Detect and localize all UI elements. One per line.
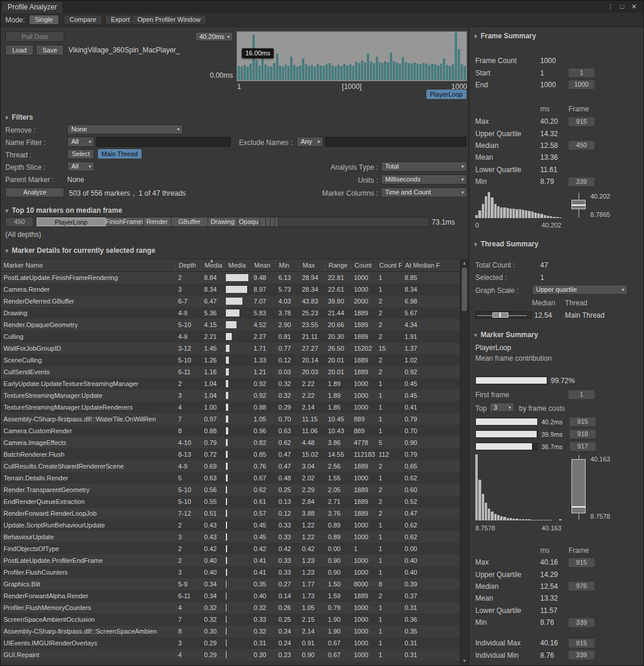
col-count-frame[interactable]: Count Fra (376, 259, 402, 271)
col-at-median[interactable]: At Median F (402, 259, 460, 271)
frame-histogram[interactable] (475, 192, 561, 218)
frame-chip[interactable]: 1 (569, 68, 594, 77)
exclude-names-input[interactable] (325, 137, 466, 147)
table-row[interactable]: Profiler.FlushMemoryCounters40.320.320.2… (1, 602, 460, 614)
frame-chip[interactable]: 915 (570, 417, 596, 426)
analysis-type-dropdown[interactable]: Total ▼ (381, 161, 467, 172)
thread-select-button[interactable]: Select (67, 149, 94, 159)
table-row[interactable]: Camera.Render38.348.975.7328.3422.611000… (1, 283, 460, 295)
table-row[interactable]: PostLateUpdate.ProfilerEndFrame20.400.41… (1, 555, 460, 566)
marker-columns-dropdown[interactable]: Time and Count ▼ (381, 187, 467, 197)
table-row[interactable]: Assembly-CSharp-firstpass.dll!::WaterTil… (1, 413, 460, 425)
open-profiler-window-button[interactable]: Open Profiler Window (132, 15, 206, 25)
thread-box-plot[interactable] (475, 311, 532, 319)
table-row[interactable]: FindObjectsOfType20.420.420.420.420.0011… (1, 543, 460, 555)
table-row[interactable]: Graphics.Blit5-90.340.350.271.771.508000… (1, 578, 460, 590)
frame-summary-header[interactable]: ▼Frame Summary (473, 32, 536, 40)
table-row[interactable]: BatchRenderer.Flush8-130.720.850.4715.02… (1, 449, 460, 460)
first-frame-chip[interactable]: 1 (569, 390, 594, 399)
scroll-up-icon[interactable]: ▲ (461, 259, 468, 267)
table-scrollbar[interactable]: ▲ ▼ (460, 259, 468, 665)
table-row[interactable]: Profiler.FlushCounters30.400.410.331.230… (1, 566, 460, 578)
scroll-down-icon[interactable]: ▼ (461, 657, 468, 665)
frame-chip[interactable]: 450 (569, 141, 594, 150)
col-max[interactable]: Max (299, 259, 325, 271)
load-button[interactable]: Load (5, 45, 34, 55)
filters-header[interactable]: ▼Filters (4, 113, 33, 121)
table-row[interactable]: RenderForwardAlpha.Render6-110.340.400.1… (1, 590, 460, 602)
table-row[interactable]: SceneCulling5-101.261.330.1220.1420.0118… (1, 354, 460, 366)
top10-segment[interactable]: Render (143, 217, 172, 226)
frame-chip[interactable]: 339 (569, 618, 594, 627)
maximize-icon[interactable]: □ (617, 2, 627, 11)
marker-details-header[interactable]: ▼Marker Details for currently selected r… (4, 246, 155, 255)
name-filter-input[interactable] (96, 137, 231, 147)
depth-slice-dropdown[interactable]: All ▼ (67, 161, 94, 172)
mode-single-button[interactable]: Single (29, 15, 59, 25)
remove-dropdown[interactable]: None ▼ (67, 124, 183, 134)
col-depth[interactable]: Depth (175, 259, 201, 271)
frame-chip[interactable]: 339 (569, 177, 594, 186)
table-row[interactable]: TextureStreamingManager.Update31.040.920… (1, 390, 460, 401)
table-row[interactable]: Render.TransparentGeometry5-100.560.620.… (1, 484, 460, 496)
table-row[interactable]: EarlyUpdate.UpdateTextureStreamingManage… (1, 378, 460, 390)
median-frame-button[interactable]: 450 (5, 217, 34, 227)
frame-chip[interactable]: 339 (569, 651, 594, 660)
frame-chip[interactable]: 918 (570, 430, 596, 438)
table-row[interactable]: CullSendEvents6-111.161.210.0320.0320.01… (1, 366, 460, 378)
frame-chip[interactable]: 976 (569, 582, 594, 591)
chart-scale-dropdown[interactable]: 40.20ms ▼ (195, 32, 233, 41)
table-row[interactable]: WaitForJobGroupID3-121.451.710.7727.2726… (1, 342, 460, 354)
table-row[interactable]: Assembly-CSharp-firstpass.dll!::ScreenSp… (1, 625, 460, 637)
top10-segment[interactable]: PlayerLoop (37, 217, 106, 226)
col-mean[interactable]: Mean (251, 259, 275, 271)
close-icon[interactable]: ✕ (629, 2, 639, 11)
table-row[interactable]: Drawing4-95.365.833.7825.2321.44188925.6… (1, 307, 460, 319)
frame-chip[interactable]: 915 (569, 117, 594, 126)
tab-profile-analyzer[interactable]: Profile Analyzer (2, 2, 63, 13)
col-median-bar[interactable]: Media (225, 259, 251, 271)
selected-marker-chip[interactable]: PlayerLoop (426, 90, 466, 99)
marker-summary-header[interactable]: ▼Marker Summary (473, 331, 538, 339)
analyze-button[interactable]: Analyze (5, 187, 64, 197)
table-row[interactable]: Terrain.Details.Render50.630.670.482.021… (1, 472, 460, 484)
top10-segment[interactable]: Opaqu (238, 217, 260, 226)
table-row[interactable]: UIEvents.IMGUIRenderOverlays30.290.310.2… (1, 637, 460, 649)
frame-chip[interactable]: 915 (569, 639, 594, 648)
col-range[interactable]: Range (325, 259, 351, 271)
top10-segment[interactable]: GBuffer (172, 217, 208, 226)
marker-histogram[interactable] (475, 454, 561, 520)
table-row[interactable]: TextureStreamingManager.UpdateRenderers4… (1, 401, 460, 413)
table-row[interactable]: Camera.CustomRender80.880.960.6311.0610.… (1, 425, 460, 437)
table-row[interactable]: Camera.ImageEffects4-100.790.820.624.483… (1, 437, 460, 449)
scrollbar-thumb[interactable] (462, 268, 467, 311)
table-row[interactable]: EndRenderQueueExtraction5-100.550.610.13… (1, 496, 460, 507)
name-filter-mode-dropdown[interactable]: All ▼ (67, 137, 94, 147)
thread-summary-header[interactable]: ▼Thread Summary (473, 240, 538, 248)
top10-segment[interactable]: FinishFrameR (106, 217, 143, 226)
top10-segment[interactable] (275, 217, 278, 226)
save-button[interactable]: Save (36, 45, 64, 55)
top-n-dropdown[interactable]: 3 ▼ (489, 403, 514, 412)
units-dropdown[interactable]: Milliseconds ▼ (381, 174, 467, 184)
table-row[interactable]: RenderForward.RenderLoopJob7-120.510.570… (1, 507, 460, 519)
top10-header[interactable]: ▼Top 10 markers on median frame (4, 206, 122, 215)
table-row[interactable]: Culling4-92.212.270.8121.1120.30188921.9… (1, 331, 460, 342)
frame-chip[interactable]: 917 (570, 442, 596, 451)
table-row[interactable]: Update.ScriptRunBehaviourUpdate20.430.45… (1, 519, 460, 531)
kebab-menu-icon[interactable]: ⋮ (606, 2, 615, 11)
table-row[interactable]: BehaviourUpdate30.430.450.331.220.891000… (1, 531, 460, 543)
frame-time-chart[interactable]: 16.00ms (236, 31, 467, 81)
col-count[interactable]: Count (351, 259, 376, 271)
table-row[interactable]: RenderDeferred.GBuffer6-76.477.074.0343.… (1, 295, 460, 307)
top10-segment[interactable]: Drawing (208, 217, 238, 226)
table-row[interactable]: GUI.Repaint40.290.300.230.900.67100010.3… (1, 649, 460, 661)
thread-filter-chip[interactable]: Main Thread (98, 149, 142, 159)
pull-data-button[interactable]: Pull Data (5, 31, 64, 42)
col-min[interactable]: Min (275, 259, 299, 271)
mode-compare-button[interactable]: Compare (64, 15, 102, 25)
col-marker-name[interactable]: Marker Name (1, 259, 175, 271)
sort-ascending-icon[interactable]: ▲ (209, 258, 214, 263)
table-row[interactable]: Render.OpaqueGeometry5-104.154.522.9023.… (1, 319, 460, 331)
top10-segment[interactable] (266, 217, 271, 226)
